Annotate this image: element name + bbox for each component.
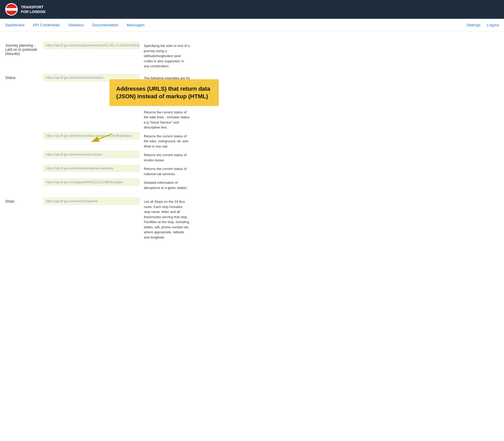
svg-line-1 bbox=[91, 134, 112, 142]
url-col-6: https://api.tfl.gov.uk/stoppoint/940GZZL… bbox=[43, 179, 140, 187]
url-desc-pair-4: https://api.tfl.gov.uk/line/mode/bus/sta… bbox=[43, 151, 190, 163]
main-content: Journey planning - Lat/Lon to postcode (… bbox=[0, 31, 195, 255]
section-status: Addresses (URLS) that return data (JSON)… bbox=[5, 74, 190, 193]
nav-statistics[interactable]: Statistics bbox=[68, 23, 84, 27]
callout-wrapper: Addresses (URLS) that return data (JSON)… bbox=[109, 79, 219, 106]
tfl-logo[interactable]: TRANSPORT FOR LONDON bbox=[5, 3, 45, 16]
desc-col-3: Returns the current status of the tube, … bbox=[144, 132, 190, 149]
url-desc-pair-6: https://api.tfl.gov.uk/stoppoint/940GZZL… bbox=[43, 179, 190, 190]
section-label: Journey planning - Lat/Lon to postcode (… bbox=[5, 42, 39, 56]
tfl-roundel bbox=[5, 3, 18, 16]
nav-logout[interactable]: Logout bbox=[487, 23, 499, 27]
desc-col: Specifying the start or end of a journey… bbox=[144, 42, 190, 69]
api-url-status-5[interactable]: https://api.tfl.gov.uk/line/mode/nationa… bbox=[43, 165, 140, 172]
nav: Dashboard API Credentials Statistics Doc… bbox=[0, 19, 504, 31]
api-row-stops: Stops https://api.tfl.gov.uk/line/24/sto… bbox=[5, 198, 190, 240]
url-desc-pair: https://api.tfl.gov.uk/journey/journeyre… bbox=[43, 42, 190, 69]
api-url[interactable]: https://api.tfl.gov.uk/journey/journeyre… bbox=[43, 42, 140, 49]
api-url-status-6[interactable]: https://api.tfl.gov.uk/stoppoint/940GZZL… bbox=[43, 179, 140, 186]
url-desc-pair-5: https://api.tfl.gov.uk/line/mode/nationa… bbox=[43, 165, 190, 176]
org-name: TRANSPORT FOR LONDON bbox=[21, 5, 45, 14]
section-label-status: Status bbox=[5, 74, 39, 80]
api-row: Journey planning - Lat/Lon to postcode (… bbox=[5, 42, 190, 69]
url-col-stops: https://api.tfl.gov.uk/line/24/stoppoint… bbox=[43, 198, 140, 206]
url-col: https://api.tfl.gov.uk/journey/journeyre… bbox=[43, 42, 140, 50]
desc-col-5: Returns the current status of national-r… bbox=[144, 165, 190, 176]
nav-settings[interactable]: Settings bbox=[466, 23, 481, 27]
callout-box: Addresses (URLS) that return data (JSON)… bbox=[109, 79, 219, 106]
url-col-4: https://api.tfl.gov.uk/line/mode/bus/sta… bbox=[43, 151, 140, 159]
nav-right: Settings Logout bbox=[466, 23, 499, 27]
api-url-status-4[interactable]: https://api.tfl.gov.uk/line/mode/bus/sta… bbox=[43, 151, 140, 158]
url-desc-pair-stops: https://api.tfl.gov.uk/line/24/stoppoint… bbox=[43, 198, 190, 240]
row-content-stops: https://api.tfl.gov.uk/line/24/stoppoint… bbox=[43, 198, 190, 240]
nav-documentation[interactable]: Documentation bbox=[92, 23, 119, 27]
header: TRANSPORT FOR LONDON bbox=[0, 0, 504, 19]
desc-col-6: Detailed information of disruptions to a… bbox=[144, 179, 190, 190]
api-url-stops[interactable]: https://api.tfl.gov.uk/line/24/stoppoint… bbox=[43, 198, 140, 205]
row-content: https://api.tfl.gov.uk/journey/journeyre… bbox=[43, 42, 190, 69]
desc-col-stops: List all Stops on the 24 Bus route. Each… bbox=[144, 198, 190, 240]
section-stops: Stops https://api.tfl.gov.uk/line/24/sto… bbox=[5, 198, 190, 240]
nav-api-credentials[interactable]: API Credentials bbox=[33, 23, 60, 27]
url-desc-pair-3: https://api.tfl.gov.uk/line/mode/tube,ov… bbox=[43, 132, 190, 149]
callout-arrow bbox=[89, 131, 115, 144]
nav-messages[interactable]: Messages bbox=[127, 23, 145, 27]
url-desc-pair-2: Returns the current status of the tube l… bbox=[43, 108, 190, 130]
desc-col-2: Returns the current status of the tube l… bbox=[144, 108, 190, 130]
desc-col-4: Returns the current status of london bus… bbox=[144, 151, 190, 163]
url-col-5: https://api.tfl.gov.uk/line/mode/nationa… bbox=[43, 165, 140, 173]
nav-dashboard[interactable]: Dashboard bbox=[5, 23, 24, 27]
section-label-stops: Stops bbox=[5, 198, 39, 203]
section-journey-planning: Journey planning - Lat/Lon to postcode (… bbox=[5, 42, 190, 69]
nav-left: Dashboard API Credentials Statistics Doc… bbox=[5, 23, 466, 27]
